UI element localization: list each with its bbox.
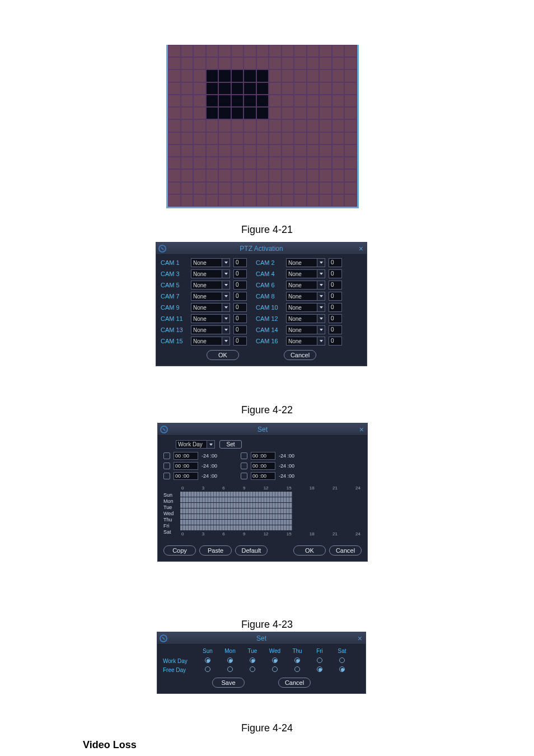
grid-cell[interactable] [218, 107, 231, 119]
grid-cell[interactable] [231, 132, 244, 144]
grid-cell[interactable] [269, 194, 282, 207]
grid-cell[interactable] [344, 119, 357, 132]
grid-cell[interactable] [282, 132, 294, 144]
ptz-num-field[interactable]: 0 [233, 337, 247, 346]
grid-cell[interactable] [282, 45, 294, 57]
grid-cell[interactable] [332, 57, 345, 69]
grid-cell[interactable] [231, 57, 244, 69]
daytype-radio[interactable] [241, 657, 264, 664]
grid-cell[interactable] [344, 69, 357, 82]
grid-cell[interactable] [193, 169, 206, 181]
grid-cell[interactable] [319, 144, 332, 157]
grid-cell[interactable] [168, 95, 181, 107]
grid-cell[interactable] [282, 194, 294, 207]
grid-cell[interactable] [344, 194, 357, 207]
grid-cell[interactable] [332, 107, 345, 119]
grid-cell[interactable] [269, 119, 282, 132]
daytype-radio[interactable] [219, 657, 241, 664]
grid-cell[interactable] [218, 95, 231, 107]
grid-cell[interactable] [231, 144, 244, 157]
close-icon[interactable]: × [358, 634, 362, 643]
grid-cell[interactable] [307, 119, 320, 132]
grid-cell[interactable] [332, 144, 345, 157]
grid-cell[interactable] [193, 107, 206, 119]
grid-cell[interactable] [344, 107, 357, 119]
grid-cell[interactable] [243, 169, 256, 181]
grid-cell[interactable] [218, 182, 231, 194]
daytype-radio[interactable] [264, 666, 286, 673]
grid-cell[interactable] [231, 182, 244, 194]
grid-cell[interactable] [218, 144, 231, 157]
close-icon[interactable]: × [359, 425, 364, 434]
grid-cell[interactable] [269, 107, 282, 119]
grid-cell[interactable] [243, 194, 256, 207]
paste-button[interactable]: Paste [199, 545, 232, 556]
ptz-num-field[interactable]: 0 [329, 337, 342, 346]
grid-cell[interactable] [243, 157, 256, 169]
grid-cell[interactable] [231, 95, 244, 107]
grid-cell[interactable] [294, 119, 307, 132]
copy-button[interactable]: Copy [163, 545, 196, 556]
grid-cell[interactable] [307, 45, 320, 57]
start-time-field[interactable]: 00 :00 [174, 452, 198, 460]
cancel-button[interactable]: Cancel [284, 350, 316, 360]
region-select-grid[interactable] [166, 45, 359, 208]
grid-cell[interactable] [269, 57, 282, 69]
grid-cell[interactable] [231, 69, 244, 82]
grid-cell[interactable] [193, 144, 206, 157]
grid-cell[interactable] [243, 182, 256, 194]
grid-cell[interactable] [231, 119, 244, 132]
grid-cell[interactable] [193, 57, 206, 69]
grid-cell[interactable] [206, 69, 219, 82]
grid-cell[interactable] [282, 119, 294, 132]
cancel-button[interactable]: Cancel [329, 545, 362, 556]
grid-cell[interactable] [319, 119, 332, 132]
grid-cell[interactable] [269, 132, 282, 144]
grid-cell[interactable] [332, 194, 345, 207]
grid-cell[interactable] [218, 169, 231, 181]
ptz-type-select[interactable]: None [191, 303, 230, 312]
grid-cell[interactable] [294, 194, 307, 207]
grid-cell[interactable] [344, 132, 357, 144]
grid-cell[interactable] [269, 82, 282, 95]
grid-cell[interactable] [332, 132, 345, 144]
grid-cell[interactable] [307, 57, 320, 69]
grid-cell[interactable] [206, 182, 219, 194]
grid-cell[interactable] [307, 194, 320, 207]
grid-cell[interactable] [168, 169, 181, 181]
daytype-radio[interactable] [286, 657, 308, 664]
grid-cell[interactable] [307, 107, 320, 119]
grid-cell[interactable] [256, 95, 269, 107]
ptz-num-field[interactable]: 0 [233, 303, 247, 312]
grid-cell[interactable] [168, 45, 181, 57]
grid-cell[interactable] [269, 69, 282, 82]
ptz-num-field[interactable]: 0 [233, 325, 247, 334]
start-time-field[interactable]: 00 :00 [251, 462, 275, 470]
ptz-type-select[interactable]: None [286, 325, 325, 334]
grid-cell[interactable] [319, 45, 332, 57]
period-checkbox[interactable] [163, 452, 170, 459]
grid-cell[interactable] [269, 182, 282, 194]
grid-cell[interactable] [193, 95, 206, 107]
grid-cell[interactable] [319, 57, 332, 69]
ptz-type-select[interactable]: None [286, 303, 325, 312]
ptz-num-field[interactable]: 0 [233, 258, 247, 267]
grid-cell[interactable] [206, 144, 219, 157]
period-checkbox[interactable] [241, 473, 247, 479]
start-time-field[interactable]: 00 :00 [251, 472, 275, 480]
ptz-num-field[interactable]: 0 [329, 325, 342, 334]
grid-cell[interactable] [168, 157, 181, 169]
grid-cell[interactable] [181, 119, 194, 132]
grid-cell[interactable] [282, 144, 294, 157]
grid-cell[interactable] [231, 45, 244, 57]
grid-cell[interactable] [269, 95, 282, 107]
grid-cell[interactable] [294, 82, 307, 95]
grid-cell[interactable] [294, 182, 307, 194]
set-button[interactable]: Set [219, 440, 242, 449]
daytype-radio[interactable] [286, 666, 308, 673]
ptz-type-select[interactable]: None [191, 337, 230, 346]
period-checkbox[interactable] [241, 452, 247, 459]
grid-cell[interactable] [319, 194, 332, 207]
grid-cell[interactable] [206, 45, 219, 57]
grid-cell[interactable] [294, 169, 307, 181]
